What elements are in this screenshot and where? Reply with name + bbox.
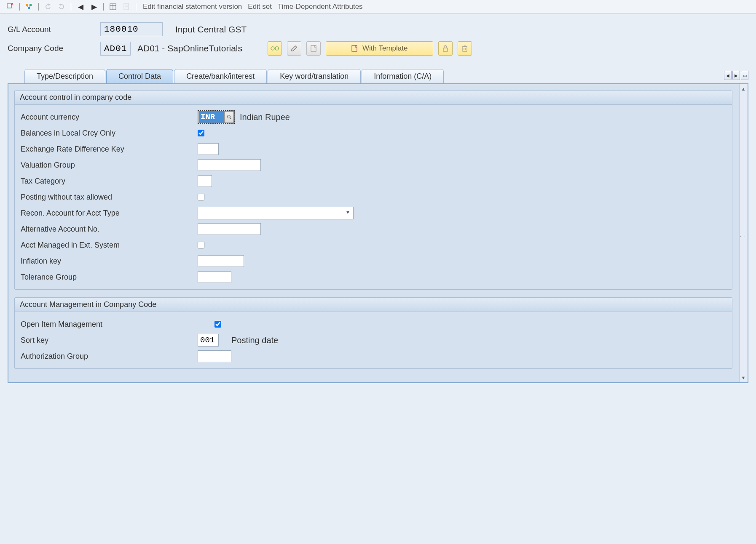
valuation-group-input[interactable]: [198, 159, 261, 171]
menu-edit-set[interactable]: Edit set: [248, 3, 272, 11]
svg-rect-3: [28, 7, 30, 9]
balances-local-checkbox[interactable]: [198, 130, 204, 136]
gl-account-label: G/L Account: [8, 25, 100, 34]
account-currency-label: Account currency: [21, 113, 198, 122]
header-area: G/L Account Input Central GST Company Co…: [0, 14, 756, 65]
exchange-rate-key-input[interactable]: [198, 143, 219, 155]
svg-point-10: [271, 47, 274, 50]
posting-without-tax-checkbox[interactable]: [198, 194, 204, 200]
scroll-up-icon[interactable]: ▲: [740, 85, 747, 93]
svg-rect-14: [443, 48, 448, 51]
next-icon[interactable]: ▶: [89, 2, 99, 12]
open-item-checkbox[interactable]: [214, 321, 221, 328]
recon-account-select[interactable]: [198, 207, 354, 219]
svg-rect-0: [7, 4, 11, 8]
svg-rect-1: [26, 4, 28, 6]
exchange-rate-key-label: Exchange Rate Difference Key: [21, 145, 198, 154]
tab-information-ca[interactable]: Information (C/A): [362, 69, 444, 83]
tab-content: ▲ ⋮⋮ ▼ Account control in company code A…: [8, 83, 748, 383]
tolerance-group-input[interactable]: [198, 271, 231, 283]
scroll-down-icon[interactable]: ▼: [740, 374, 747, 381]
menu-edit-fsv[interactable]: Edit financial statement version: [143, 3, 242, 11]
account-currency-input[interactable]: [198, 111, 225, 123]
authorization-group-input[interactable]: [198, 350, 231, 362]
panel-account-management: Account Management in Company Code Open …: [14, 297, 732, 369]
valuation-group-label: Valuation Group: [21, 161, 198, 170]
company-code-label: Company Code: [8, 44, 100, 53]
open-item-label: Open Item Management: [21, 320, 214, 329]
alternative-account-input[interactable]: [198, 223, 261, 235]
tab-scroll-right[interactable]: ▶: [732, 71, 740, 80]
account-currency-desc: Indian Rupee: [240, 112, 290, 122]
company-code-input[interactable]: [100, 42, 131, 56]
gl-account-input[interactable]: [100, 22, 163, 36]
svg-point-11: [275, 47, 279, 50]
spectacles-button[interactable]: [268, 41, 282, 56]
posting-without-tax-label: Posting without tax allowed: [21, 193, 198, 202]
balances-local-label: Balances in Local Crcy Only: [21, 129, 198, 138]
delete-button[interactable]: [458, 41, 472, 56]
panel-account-control-title: Account control in company code: [15, 91, 732, 105]
alternative-account-label: Alternative Account No.: [21, 225, 198, 234]
sort-key-desc: Posting date: [231, 336, 278, 345]
gl-account-desc: Input Central GST: [175, 24, 247, 35]
svg-rect-12: [311, 45, 316, 51]
tolerance-group-label: Tolerance Group: [21, 273, 198, 282]
tab-scroll-left[interactable]: ◀: [724, 71, 732, 80]
search-help-icon[interactable]: [225, 111, 234, 123]
sort-key-label: Sort key: [21, 336, 198, 345]
menu-exit-icon[interactable]: [5, 2, 15, 12]
overview-icon[interactable]: [108, 2, 118, 12]
with-template-button[interactable]: With Template: [326, 41, 433, 56]
tab-type-description[interactable]: Type/Description: [24, 69, 105, 83]
ext-system-label: Acct Managed in Ext. System: [21, 241, 198, 250]
panel-account-control: Account control in company code Account …: [14, 90, 732, 290]
svg-line-21: [230, 118, 231, 119]
edit-button[interactable]: [287, 41, 301, 56]
menu-time-dep[interactable]: Time-Dependent Attributes: [278, 3, 363, 11]
lock-button[interactable]: [438, 41, 453, 56]
doc-icon[interactable]: [121, 2, 131, 12]
recon-account-label: Recon. Account for Acct Type: [21, 209, 198, 218]
undo-icon[interactable]: [43, 2, 53, 12]
company-code-desc: AD01 - SapOnlineTutorials: [137, 43, 242, 53]
svg-rect-2: [29, 4, 32, 6]
hierarchy-icon[interactable]: [24, 2, 34, 12]
tax-category-input[interactable]: [198, 175, 212, 187]
tab-region: Type/Description Control Data Create/ban…: [8, 69, 748, 383]
svg-rect-15: [463, 47, 467, 51]
tab-keyword-translation[interactable]: Key word/translation: [268, 69, 361, 83]
app-toolbar: ◀ ▶ Edit financial statement version Edi…: [0, 0, 756, 14]
svg-rect-13: [352, 45, 357, 51]
tax-category-label: Tax Category: [21, 177, 198, 186]
vertical-scrollbar[interactable]: ▲ ⋮⋮ ▼: [739, 84, 748, 382]
tab-control-data[interactable]: Control Data: [106, 69, 173, 83]
tab-create-bank-interest[interactable]: Create/bank/interest: [174, 69, 267, 83]
tab-list-button[interactable]: ▭: [741, 71, 748, 80]
prev-icon[interactable]: ◀: [75, 2, 86, 12]
with-template-label: With Template: [362, 44, 407, 53]
svg-point-20: [227, 115, 230, 118]
inflation-key-input[interactable]: [198, 255, 244, 267]
ext-system-checkbox[interactable]: [198, 242, 204, 248]
create-button[interactable]: [306, 41, 321, 56]
scrollbar-grip-icon[interactable]: ⋮⋮: [739, 233, 747, 237]
sort-key-input[interactable]: [198, 334, 219, 347]
authorization-group-label: Authorization Group: [21, 352, 198, 361]
redo-icon[interactable]: [56, 2, 67, 12]
inflation-key-label: Inflation key: [21, 257, 198, 266]
panel-account-management-title: Account Management in Company Code: [15, 298, 732, 312]
